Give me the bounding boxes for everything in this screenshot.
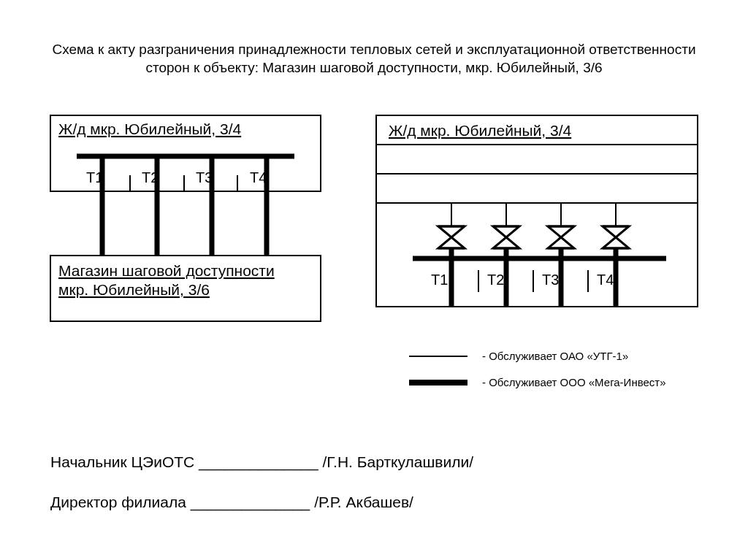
right-top-row-label: Ж/д мкр. Юбилейный, 3/4 [389,122,572,139]
valve-2 [493,226,519,248]
diagram-svg: Ж/д мкр. Юбилейный, 3/4 Т1 Т2 Т3 Т4 Мага… [0,0,748,560]
left-label-4: Т4 [250,169,267,185]
legend-thin-label: - Обслуживает ОАО «УТГ-1» [482,350,628,362]
sign2-name: /Р.Р. Акбашев/ [314,494,413,510]
sign1: Начальник ЦЭиОТС ______________ /Г.Н. Ба… [50,453,473,471]
left-top-box-label: Ж/д мкр. Юбилейный, 3/4 [58,120,242,137]
sign1-name: /Г.Н. Барткулашвили/ [322,453,473,470]
valve-3 [548,226,574,248]
left-label-2: Т2 [142,169,159,185]
valve-1 [438,226,465,248]
title-line-2: сторон к объекту: Магазин шаговой доступ… [145,60,602,75]
right-label-3: Т3 [542,272,559,288]
sign1-blank: ______________ [198,453,318,471]
valve-4 [603,226,629,248]
right-label-2: Т2 [487,272,504,288]
sign2-label: Директор филиала [50,494,186,510]
page: Схема к акту разграничения принадлежност… [0,0,748,560]
svg-marker-1 [438,226,465,248]
signatures: Начальник ЦЭиОТС ______________ /Г.Н. Ба… [50,453,473,511]
right-label-4: Т4 [597,272,614,288]
right-label-1: Т1 [431,272,448,288]
left-label-3: Т3 [196,169,213,185]
title-line-1: Схема к акту разграничения принадлежност… [52,42,695,57]
svg-marker-4 [493,226,519,248]
left-bottom-box-line1: Магазин шаговой доступности [58,262,275,279]
left-diagram: Ж/д мкр. Юбилейный, 3/4 Т1 Т2 Т3 Т4 Мага… [50,115,321,321]
svg-marker-10 [603,226,629,248]
svg-marker-7 [548,226,574,248]
page-title: Схема к акту разграничения принадлежност… [0,41,748,77]
right-diagram: Ж/д мкр. Юбилейный, 3/4 [376,115,698,307]
sign2: Директор филиала ______________ /Р.Р. Ак… [50,494,413,511]
left-label-1: Т1 [86,169,103,185]
legend: - Обслуживает ОАО «УТГ-1» - Обслуживает … [409,350,666,388]
sign1-label: Начальник ЦЭиОТС [50,453,194,470]
legend-thick-label: - Обслуживает ООО «Мега-Инвест» [482,376,666,388]
sign2-blank: ______________ [190,494,310,511]
left-bottom-box-line2: мкр. Юбилейный, 3/6 [58,281,210,298]
